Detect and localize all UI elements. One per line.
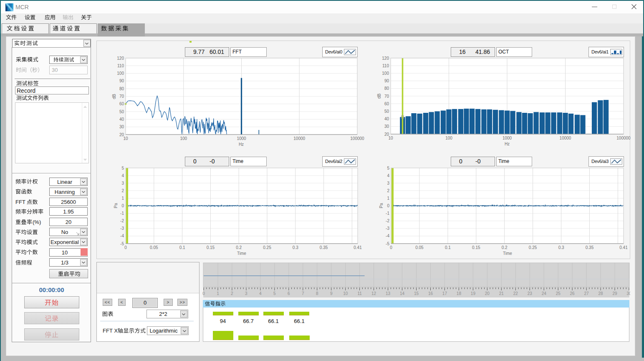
svg-text:dB: dB xyxy=(112,94,116,99)
svg-text:7: 7 xyxy=(302,291,304,296)
svg-text:8: 8 xyxy=(316,291,318,296)
svg-text:10: 10 xyxy=(388,136,393,140)
svg-text:2: 2 xyxy=(231,291,233,296)
svg-text:18: 18 xyxy=(457,291,462,296)
svg-text:4: 4 xyxy=(121,173,124,178)
svg-text:0.25: 0.25 xyxy=(529,245,537,250)
svg-text:110: 110 xyxy=(382,64,389,68)
svg-text:dB: dB xyxy=(377,94,381,99)
svg-text:24: 24 xyxy=(542,291,547,296)
svg-text:3: 3 xyxy=(387,181,389,186)
svg-text:15: 15 xyxy=(414,291,419,296)
svg-text:60: 60 xyxy=(384,102,389,106)
svg-text:-2: -2 xyxy=(120,219,124,223)
svg-text:-4: -4 xyxy=(386,234,389,238)
svg-text:90: 90 xyxy=(384,79,389,83)
svg-text:0: 0 xyxy=(202,291,205,296)
svg-text:1: 1 xyxy=(387,196,389,201)
svg-text:10000: 10000 xyxy=(293,136,305,141)
svg-text:6: 6 xyxy=(288,291,290,296)
svg-text:30: 30 xyxy=(384,124,389,129)
svg-text:1: 1 xyxy=(217,291,219,296)
svg-text:100: 100 xyxy=(382,71,389,76)
svg-text:4: 4 xyxy=(387,173,389,178)
svg-text:40: 40 xyxy=(119,117,124,122)
svg-text:12: 12 xyxy=(371,291,376,296)
svg-text:10: 10 xyxy=(343,291,348,296)
svg-text:1000: 1000 xyxy=(237,136,246,141)
svg-text:Pa: Pa xyxy=(114,203,118,208)
svg-text:Hz: Hz xyxy=(239,142,244,147)
svg-text:-4: -4 xyxy=(120,234,124,238)
svg-text:0: 0 xyxy=(124,245,127,250)
svg-text:1: 1 xyxy=(121,196,124,201)
svg-text:17: 17 xyxy=(442,291,447,296)
svg-text:-3: -3 xyxy=(120,226,124,231)
svg-text:27: 27 xyxy=(584,291,589,296)
svg-text:-1: -1 xyxy=(120,211,124,216)
svg-text:100: 100 xyxy=(180,136,187,141)
svg-text:120: 120 xyxy=(382,56,389,61)
svg-text:0.2: 0.2 xyxy=(236,245,242,250)
svg-text:28: 28 xyxy=(599,291,604,296)
svg-text:10000: 10000 xyxy=(560,136,571,140)
svg-text:100: 100 xyxy=(445,136,452,140)
svg-text:0.41: 0.41 xyxy=(354,245,362,250)
svg-text:Hz: Hz xyxy=(505,142,510,146)
svg-text:-3: -3 xyxy=(386,226,389,231)
svg-text:0.05: 0.05 xyxy=(150,245,158,250)
svg-text:Pa: Pa xyxy=(379,203,384,208)
svg-text:29: 29 xyxy=(612,291,617,296)
svg-text:-5: -5 xyxy=(386,242,389,246)
svg-text:0.35: 0.35 xyxy=(586,245,594,250)
svg-text:0.15: 0.15 xyxy=(207,245,215,250)
svg-text:0.25: 0.25 xyxy=(263,245,271,250)
svg-text:0.2: 0.2 xyxy=(502,245,508,250)
svg-text:50: 50 xyxy=(384,109,389,114)
svg-text:100: 100 xyxy=(117,71,124,76)
svg-text:2: 2 xyxy=(387,188,389,193)
svg-text:70: 70 xyxy=(384,94,389,99)
svg-text:30: 30 xyxy=(119,125,124,129)
svg-text:13: 13 xyxy=(386,291,391,296)
svg-text:0.3: 0.3 xyxy=(558,245,564,250)
svg-text:-1: -1 xyxy=(386,211,389,216)
svg-text:9: 9 xyxy=(330,291,333,296)
svg-text:10: 10 xyxy=(123,136,128,141)
svg-text:11: 11 xyxy=(357,291,362,296)
svg-text:Time: Time xyxy=(237,251,246,256)
svg-text:0.41: 0.41 xyxy=(619,245,628,250)
svg-text:4: 4 xyxy=(259,291,262,296)
svg-text:19: 19 xyxy=(471,291,476,296)
svg-text:5: 5 xyxy=(273,291,276,296)
svg-text:21: 21 xyxy=(499,291,504,296)
svg-text:0.15: 0.15 xyxy=(472,245,480,250)
svg-text:70: 70 xyxy=(119,94,124,99)
svg-text:0: 0 xyxy=(390,245,392,250)
svg-text:16: 16 xyxy=(428,291,433,296)
svg-text:Time: Time xyxy=(503,251,512,256)
svg-text:0: 0 xyxy=(121,203,124,208)
svg-text:26: 26 xyxy=(570,291,575,296)
svg-text:-2: -2 xyxy=(386,219,389,223)
svg-text:0.3: 0.3 xyxy=(293,245,298,250)
svg-text:0: 0 xyxy=(387,203,389,208)
svg-text:14: 14 xyxy=(400,291,405,296)
svg-text:80: 80 xyxy=(384,86,389,91)
svg-text:2: 2 xyxy=(121,188,124,193)
svg-text:60: 60 xyxy=(119,102,124,106)
svg-text:-5: -5 xyxy=(120,242,124,246)
svg-text:80: 80 xyxy=(119,86,124,91)
svg-text:0.1: 0.1 xyxy=(445,245,451,250)
svg-text:25: 25 xyxy=(556,291,561,296)
svg-text:5: 5 xyxy=(121,166,124,170)
svg-text:22: 22 xyxy=(513,291,518,296)
svg-text:90: 90 xyxy=(119,79,124,83)
svg-text:20: 20 xyxy=(485,291,490,296)
svg-text:120: 120 xyxy=(117,56,124,61)
svg-text:23: 23 xyxy=(528,291,533,296)
svg-text:5: 5 xyxy=(387,166,389,170)
svg-text:1000: 1000 xyxy=(503,136,512,140)
svg-text:0.1: 0.1 xyxy=(179,245,185,250)
svg-text:0.35: 0.35 xyxy=(320,245,328,250)
